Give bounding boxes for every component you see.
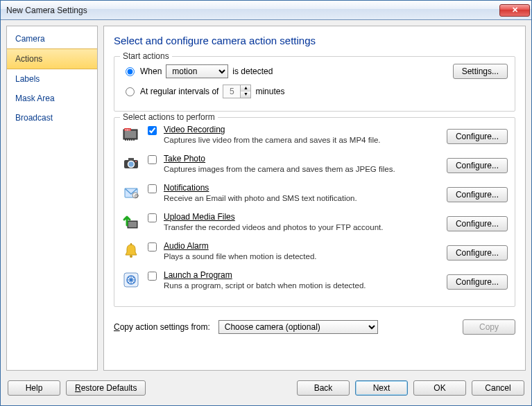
bell-icon	[121, 241, 141, 261]
start-actions-legend: Start actions	[120, 51, 172, 61]
action-title[interactable]: Notifications	[164, 183, 440, 193]
action-checkbox[interactable]	[148, 184, 157, 193]
sidebar-item-broadcast[interactable]: Broadcast	[7, 108, 97, 127]
action-title[interactable]: Upload Media Files	[164, 212, 440, 222]
svg-point-8	[133, 139, 135, 141]
window-title: New Camera Settings	[6, 6, 87, 15]
action-desc: Transfer the recorded videos and photos …	[164, 223, 440, 231]
action-text: Take PhotoCaptures images from the camer…	[164, 154, 440, 173]
program-icon	[121, 270, 141, 290]
action-text: NotificationsReceive an Email with photo…	[164, 183, 440, 202]
motion-select[interactable]: motion	[166, 64, 228, 78]
action-title[interactable]: Audio Alarm	[164, 241, 440, 251]
intervals-spinner[interactable]: ▲ ▼	[223, 85, 251, 98]
action-desc: Captures images from the camera and save…	[164, 165, 440, 173]
next-button[interactable]: Next	[355, 380, 408, 396]
when-radio[interactable]	[126, 67, 135, 76]
when-label: When	[140, 67, 162, 76]
action-checkbox[interactable]	[148, 126, 157, 135]
back-button[interactable]: Back	[297, 380, 350, 396]
action-row: Take PhotoCaptures images from the camer…	[121, 154, 508, 173]
configure-button[interactable]: Configure...	[447, 274, 508, 290]
action-title[interactable]: Video Recording	[164, 125, 440, 134]
svg-text:@: @	[134, 193, 139, 198]
titlebar: New Camera Settings ✕	[1, 1, 531, 20]
sidebar-item-mask-area[interactable]: Mask Area	[7, 89, 97, 108]
configure-button[interactable]: Configure...	[447, 129, 508, 144]
configure-button[interactable]: Configure...	[447, 158, 508, 173]
photo-icon	[121, 154, 141, 173]
action-desc: Plays a sound file when motion is detect…	[164, 252, 440, 261]
settings-button[interactable]: Settings...	[453, 64, 508, 79]
when-row: When motion is detected Settings...	[121, 64, 508, 79]
svg-point-5	[127, 139, 128, 141]
svg-point-7	[131, 139, 132, 141]
svg-rect-10	[128, 158, 134, 161]
action-checkbox[interactable]	[148, 213, 157, 222]
action-desc: Runs a program, script or batch when mot…	[164, 281, 440, 290]
svg-point-22	[130, 279, 133, 282]
sidebar-item-camera[interactable]: Camera	[7, 29, 97, 48]
ok-button[interactable]: OK	[413, 380, 466, 396]
action-desc: Receive an Email with photo and SMS text…	[164, 194, 440, 202]
window: New Camera Settings ✕ Camera Actions Lab…	[0, 0, 532, 406]
copy-label: Copy action settings from:	[114, 322, 210, 332]
action-row: Upload Media FilesTransfer the recorded …	[121, 212, 508, 231]
action-text: Launch a ProgramRuns a program, script o…	[164, 270, 440, 290]
content-pane: Select and configure camera action setti…	[103, 26, 526, 371]
copy-camera-select[interactable]: Choose camera (optional)	[218, 320, 378, 334]
mail-icon: @	[121, 183, 141, 202]
intervals-unit: minutes	[255, 87, 284, 96]
action-title[interactable]: Launch a Program	[164, 270, 440, 280]
action-row: RECVideo RecordingCaptures live video fr…	[121, 125, 508, 144]
action-text: Video RecordingCaptures live video from …	[164, 125, 440, 144]
action-checkbox[interactable]	[148, 242, 157, 251]
select-actions-legend: Select actions to perform	[120, 112, 218, 122]
spinner-buttons: ▲ ▼	[240, 85, 250, 98]
footer: Help Restore Defaults Back Next OK Cance…	[6, 375, 526, 405]
action-desc: Captures live video from the camera and …	[164, 136, 440, 144]
svg-rect-19	[130, 243, 132, 245]
upload-icon	[121, 212, 141, 231]
intervals-radio[interactable]	[126, 87, 135, 96]
sidebar-item-actions[interactable]: Actions	[7, 48, 97, 69]
action-row: @NotificationsReceive an Email with phot…	[121, 183, 508, 202]
configure-button[interactable]: Configure...	[447, 187, 508, 202]
svg-rect-3	[125, 131, 136, 138]
intervals-label: At regular intervals of	[140, 87, 218, 96]
spinner-down-icon[interactable]: ▼	[241, 91, 250, 98]
restore-defaults-button[interactable]: Restore Defaults	[66, 380, 146, 396]
svg-point-12	[135, 161, 137, 162]
help-button[interactable]: Help	[8, 380, 60, 396]
select-actions-group: Select actions to perform RECVideo Recor…	[114, 117, 515, 307]
window-body: Camera Actions Labels Mask Area Broadcas…	[1, 20, 531, 405]
close-icon: ✕	[512, 6, 518, 15]
action-checkbox[interactable]	[148, 155, 157, 164]
page-title: Select and configure camera action setti…	[114, 35, 515, 46]
action-row: Audio AlarmPlays a sound file when motio…	[121, 241, 508, 261]
action-checkbox[interactable]	[148, 272, 157, 281]
cancel-button[interactable]: Cancel	[472, 380, 524, 396]
main-area: Camera Actions Labels Mask Area Broadcas…	[6, 26, 526, 371]
actions-list: RECVideo RecordingCaptures live video fr…	[121, 125, 508, 290]
copy-button[interactable]: Copy	[463, 319, 515, 335]
svg-rect-17	[128, 222, 137, 227]
action-row: Launch a ProgramRuns a program, script o…	[121, 270, 508, 290]
detected-label: is detected	[232, 67, 273, 76]
svg-point-18	[130, 255, 132, 258]
sidebar-item-labels[interactable]: Labels	[7, 69, 97, 89]
action-text: Upload Media FilesTransfer the recorded …	[164, 212, 440, 231]
action-title[interactable]: Take Photo	[164, 154, 440, 164]
intervals-value[interactable]	[223, 87, 240, 96]
svg-point-4	[125, 139, 126, 141]
spinner-up-icon[interactable]: ▲	[241, 85, 250, 91]
configure-button[interactable]: Configure...	[447, 245, 508, 261]
start-actions-group: Start actions When motion is detected Se…	[114, 56, 515, 112]
sidebar: Camera Actions Labels Mask Area Broadcas…	[6, 26, 98, 371]
intervals-row: At regular intervals of ▲ ▼ minutes	[121, 85, 508, 98]
close-button[interactable]: ✕	[499, 4, 530, 17]
svg-point-11	[128, 161, 135, 168]
copy-row: Copy action settings from: Choose camera…	[114, 319, 515, 335]
svg-point-6	[129, 139, 130, 141]
configure-button[interactable]: Configure...	[447, 216, 508, 231]
